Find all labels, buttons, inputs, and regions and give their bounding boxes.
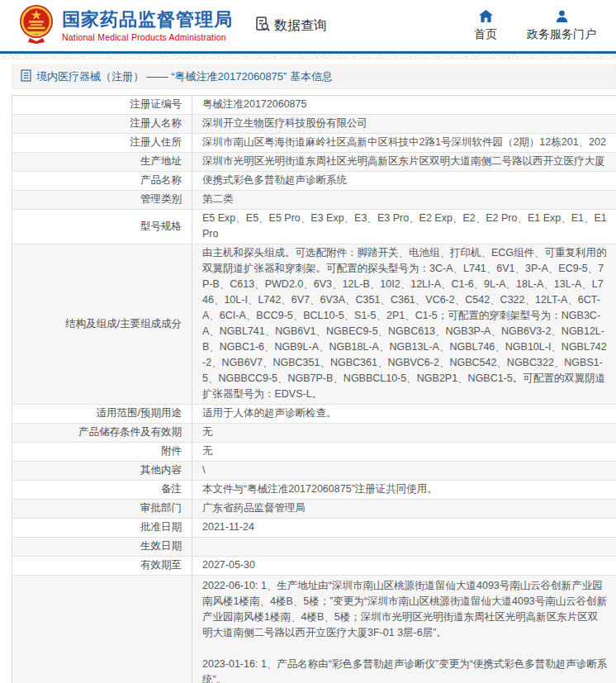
row-label: 产品名称	[12, 172, 192, 191]
row-label: 管理类别	[12, 191, 192, 210]
row-label: 有效期至	[12, 557, 192, 576]
content: 境内医疗器械（注册） —— “粤械注准20172060875” 基本信息 注册证…	[12, 64, 616, 683]
table-row: 注册证编号 粤械注准20172060875	[12, 96, 616, 115]
org-title: 国家药品监督管理局	[62, 9, 233, 30]
data-query-link[interactable]: 数据查询	[254, 16, 327, 36]
table-row: 生效日期	[12, 538, 616, 557]
table-row: 批准日期 2021-11-24	[12, 519, 616, 538]
registration-info-table: 注册证编号 粤械注准20172060875 注册人名称 深圳开立生物医疗科技股份…	[12, 95, 616, 683]
row-label: 结构及组成/主要组成成分	[12, 244, 192, 405]
table-row: 注册人名称 深圳开立生物医疗科技股份有限公司	[12, 115, 616, 134]
row-label: 注册人名称	[12, 115, 192, 134]
table-row: 有效期至 2027-05-30	[12, 557, 616, 576]
row-value: 深圳市光明区光明街道东周社区光明高新区东片区双明大道南侧二号路以西开立医疗大厦	[192, 153, 616, 172]
table-row: 产品名称 便携式彩色多普勒超声诊断系统	[12, 172, 616, 191]
row-label: 生产地址	[12, 153, 192, 172]
row-value: 无	[192, 424, 616, 443]
table-row: 附件 无	[12, 443, 616, 462]
nav-home-label: 首页	[474, 27, 497, 42]
row-value: 2027-05-30	[192, 557, 616, 576]
breadcrumb-text: 境内医疗器械（注册） —— “粤械注准20172060875” 基本信息	[36, 69, 333, 84]
row-label: 备注	[12, 481, 192, 500]
nav-portal-label: 政务服务门户	[527, 27, 596, 42]
row-value: 由主机和探头组成。可选配附件：脚踏开关、电池组、打印机、ECG组件、可重复利用的…	[192, 244, 616, 405]
table-row: 适用范围/预期用途 适用于人体的超声诊断检查。	[12, 405, 616, 424]
nav-portal[interactable]: 政务服务门户	[527, 10, 596, 42]
row-value: 深圳市南山区粤海街道麻岭社区高新中区科技中2路1号深圳软件园（2期）12栋201…	[192, 134, 616, 153]
row-label: 注册人住所	[12, 134, 192, 153]
table-row: 管理类别 第二类	[12, 191, 616, 210]
row-value: 粤械注准20172060875	[192, 96, 616, 115]
table-row: 变更情况 2022-06-10: 1、生产地址由“深圳市南山区桃源街道留仙大道4…	[12, 576, 616, 683]
row-value	[192, 538, 616, 557]
table-row: 备注 本文件与“粤械注准20172060875”注册证共同使用。	[12, 481, 616, 500]
breadcrumb: 境内医疗器械（注册） —— “粤械注准20172060875” 基本信息	[12, 64, 616, 89]
row-value: 适用于人体的超声诊断检查。	[192, 405, 616, 424]
row-label: 注册证编号	[12, 96, 192, 115]
row-label: 生效日期	[12, 538, 192, 557]
row-value: 2021-11-24	[192, 519, 616, 538]
table-row: 审批部门 广东省药品监督管理局	[12, 500, 616, 519]
row-label: 附件	[12, 443, 192, 462]
row-label: 产品储存条件及有效期	[12, 424, 192, 443]
row-label: 适用范围/预期用途	[12, 405, 192, 424]
table-row: 生产地址 深圳市光明区光明街道东周社区光明高新区东片区双明大道南侧二号路以西开立…	[12, 153, 616, 172]
row-label: 变更情况	[12, 576, 192, 683]
org-subtitle: National Medical Products Administration	[62, 32, 233, 42]
row-value: 深圳开立生物医疗科技股份有限公司	[192, 115, 616, 134]
table-row: 型号规格 E5 Exp、E5、E5 Pro、E3 Exp、E3、E3 Pro、E…	[12, 210, 616, 244]
header-divider	[0, 54, 616, 59]
row-value: 2022-06-10: 1、生产地址由“深圳市南山区桃源街道留仙大道4093号南…	[192, 576, 616, 683]
row-value: 无	[192, 443, 616, 462]
row-value: \	[192, 462, 616, 481]
row-label: 审批部门	[12, 500, 192, 519]
national-emblem-icon	[18, 4, 54, 47]
top-nav: 首页 政务服务门户	[474, 10, 596, 42]
table-row: 其他内容 \	[12, 462, 616, 481]
row-label: 型号规格	[12, 210, 192, 244]
row-value: E5 Exp、E5、E5 Pro、E3 Exp、E3、E3 Pro、E2 Exp…	[192, 210, 616, 244]
row-label: 其他内容	[12, 462, 192, 481]
row-value: 本文件与“粤械注准20172060875”注册证共同使用。	[192, 481, 616, 500]
home-icon	[479, 10, 493, 25]
nav-home[interactable]: 首页	[474, 10, 497, 42]
row-label: 批准日期	[12, 519, 192, 538]
row-value: 广东省药品监督管理局	[192, 500, 616, 519]
row-value: 便携式彩色多普勒超声诊断系统	[192, 172, 616, 191]
site-header: 国家药品监督管理局 National Medical Products Admi…	[0, 0, 616, 54]
row-value: 第二类	[192, 191, 616, 210]
nmpa-logo-link[interactable]: 国家药品监督管理局 National Medical Products Admi…	[18, 4, 233, 47]
data-query-label: 数据查询	[274, 17, 327, 35]
document-search-icon	[254, 16, 271, 36]
user-icon	[556, 10, 568, 25]
table-row: 产品储存条件及有效期 无	[12, 424, 616, 443]
table-row: 注册人住所 深圳市南山区粤海街道麻岭社区高新中区科技中2路1号深圳软件园（2期）…	[12, 134, 616, 153]
table-row: 结构及组成/主要组成成分 由主机和探头组成。可选配附件：脚踏开关、电池组、打印机…	[12, 244, 616, 405]
document-icon	[21, 69, 31, 84]
